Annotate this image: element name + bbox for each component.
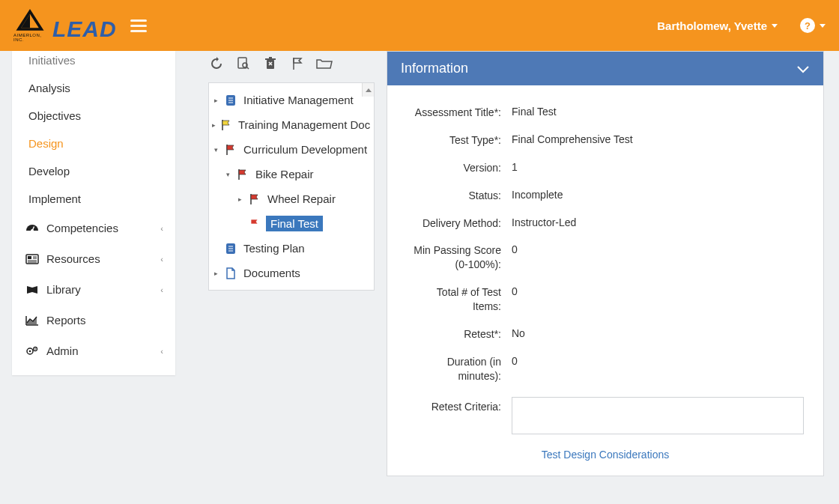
tree-node-bike[interactable]: Bike Repair bbox=[210, 162, 374, 186]
row-min-score: Min Passing Score (0-100%): 0 bbox=[407, 237, 804, 279]
product-name: LEAD bbox=[52, 16, 117, 42]
user-menu[interactable]: Bartholomew, Yvette bbox=[657, 19, 778, 32]
panel-title: Information bbox=[401, 61, 468, 76]
book-icon bbox=[25, 285, 39, 295]
nav-section-admin[interactable]: Admin ‹ bbox=[12, 336, 175, 366]
gauge-icon bbox=[25, 223, 39, 234]
nav-item-initiatives[interactable]: Initiatives bbox=[12, 51, 175, 74]
svg-point-15 bbox=[34, 348, 36, 350]
design-considerations-row: Test Design Considerations bbox=[407, 441, 804, 465]
nav-section-resources[interactable]: Resources ‹ bbox=[12, 243, 175, 274]
info-panel: Information Assessment Title*: Final Tes… bbox=[387, 51, 824, 476]
brand-block: AIMERLON, INC. LEAD bbox=[13, 9, 117, 42]
row-test-type: Test Type*: Final Comprehensive Test bbox=[407, 127, 804, 154]
nav-item-objectives[interactable]: Objectives bbox=[12, 102, 175, 130]
tree-panel: Initiative Management Training Managemen… bbox=[208, 82, 375, 291]
flag-red-icon bbox=[236, 168, 249, 180]
tree-node-initiative[interactable]: Initiative Management bbox=[210, 88, 374, 112]
expander-icon[interactable] bbox=[212, 97, 219, 104]
find-button[interactable] bbox=[235, 55, 252, 72]
company-logo: AIMERLON, INC. bbox=[13, 9, 46, 42]
tree-node-training-doc[interactable]: Training Management Doc bbox=[210, 112, 374, 137]
svg-rect-21 bbox=[269, 57, 272, 58]
row-status: Status: Incomplete bbox=[407, 182, 804, 210]
nav-section-reports[interactable]: Reports bbox=[12, 305, 175, 336]
company-name: AIMERLON, INC. bbox=[13, 33, 46, 42]
expander-icon[interactable] bbox=[236, 195, 243, 203]
tree-node-testing-plan[interactable]: Testing Plan bbox=[210, 236, 374, 261]
main-content: Initiative Management Training Managemen… bbox=[187, 51, 839, 491]
nav-section-competencies[interactable]: Competencies ‹ bbox=[12, 213, 175, 243]
nav-item-develop[interactable]: Develop bbox=[12, 157, 175, 185]
tree-node-final-test[interactable]: Final Test bbox=[210, 211, 374, 236]
expander-icon[interactable] bbox=[224, 171, 231, 178]
row-total-items: Total # of Test Items: 0 bbox=[407, 279, 804, 321]
tree-node-wheel[interactable]: Wheel Repair bbox=[210, 186, 374, 211]
page-icon bbox=[224, 267, 237, 279]
user-name: Bartholomew, Yvette bbox=[657, 19, 767, 32]
delete-button[interactable] bbox=[262, 55, 279, 72]
expander-icon[interactable] bbox=[212, 121, 216, 129]
doc-icon bbox=[224, 243, 237, 255]
chevron-down-icon bbox=[796, 64, 810, 73]
row-retest-criteria: Retest Criteria: bbox=[407, 390, 804, 441]
flag-yellow-icon bbox=[220, 119, 232, 131]
chevron-left-icon: ‹ bbox=[160, 347, 163, 356]
help-icon: ? bbox=[800, 18, 815, 33]
flag-red-icon bbox=[248, 218, 261, 230]
chevron-left-icon: ‹ bbox=[160, 224, 163, 233]
flag-red-icon bbox=[248, 193, 261, 205]
svg-line-18 bbox=[246, 67, 249, 69]
nav-item-analysis[interactable]: Analysis bbox=[12, 74, 175, 102]
tree-toolbar bbox=[208, 51, 375, 82]
row-duration: Duration (in minutes): 0 bbox=[407, 348, 804, 390]
retest-criteria-field[interactable] bbox=[512, 397, 804, 434]
svg-point-13 bbox=[29, 350, 31, 352]
expander-icon[interactable] bbox=[212, 146, 219, 154]
history-button[interactable] bbox=[208, 55, 225, 72]
gears-icon bbox=[25, 346, 39, 356]
folder-button[interactable] bbox=[316, 55, 333, 72]
flag-red-icon bbox=[224, 144, 237, 156]
svg-rect-20 bbox=[265, 58, 276, 60]
nav-item-design[interactable]: Design bbox=[12, 130, 175, 157]
newspaper-icon bbox=[25, 254, 39, 264]
help-menu[interactable]: ? bbox=[800, 18, 826, 33]
info-panel-header[interactable]: Information bbox=[387, 52, 823, 85]
test-design-considerations-link[interactable]: Test Design Considerations bbox=[542, 449, 669, 461]
tree-node-curriculum[interactable]: Curriculum Development bbox=[210, 137, 374, 162]
row-retest: Retest*: No bbox=[407, 321, 804, 348]
caret-down-icon bbox=[820, 24, 826, 28]
sidebar: Initiatives Analysis Objectives Design D… bbox=[0, 51, 187, 491]
expander-icon[interactable] bbox=[212, 270, 219, 277]
chart-icon bbox=[25, 315, 39, 326]
row-delivery: Delivery Method: Instructor-Led bbox=[407, 210, 804, 237]
row-version: Version: 1 bbox=[407, 154, 804, 182]
chevron-left-icon: ‹ bbox=[160, 255, 163, 264]
flag-button[interactable] bbox=[289, 55, 306, 72]
tree-node-documents[interactable]: Documents bbox=[210, 261, 374, 285]
svg-rect-6 bbox=[28, 256, 31, 259]
chevron-left-icon: ‹ bbox=[160, 285, 163, 294]
nav-section-library[interactable]: Library ‹ bbox=[12, 274, 175, 305]
app-header: AIMERLON, INC. LEAD Bartholomew, Yvette … bbox=[0, 0, 839, 51]
caret-down-icon bbox=[772, 24, 778, 28]
row-assessment-title: Assessment Title*: Final Test bbox=[407, 99, 804, 127]
nav-item-implement[interactable]: Implement bbox=[12, 185, 175, 213]
doc-icon bbox=[224, 94, 237, 106]
menu-toggle[interactable] bbox=[130, 16, 147, 35]
